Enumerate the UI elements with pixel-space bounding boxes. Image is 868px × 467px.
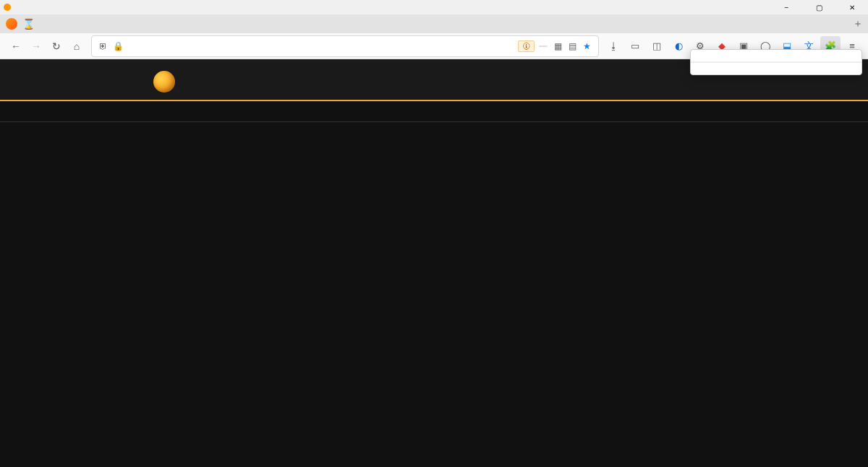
lock-icon[interactable]: 🔒 [112,40,124,52]
home-button[interactable]: ⌂ [67,36,87,56]
bookmark-star-icon[interactable]: ★ [581,40,592,52]
tab-strip: ⌛ ＋ [0,14,868,33]
minimize-button[interactable]: − [770,0,803,14]
firefox-icon [3,3,12,12]
library-button[interactable]: ▭ [625,36,645,56]
container-badge[interactable]: 🛈 [518,40,535,52]
logo-icon [153,71,175,93]
toolbar-extension-1[interactable]: ◐ [668,36,689,56]
new-tab-button[interactable]: ＋ [848,14,868,33]
feed-icon[interactable]: ▤ [566,40,578,52]
profile-button[interactable] [3,14,20,33]
url-text [125,41,515,51]
forward-button[interactable]: → [26,36,46,56]
shield-icon[interactable]: ⛨ [98,40,109,52]
tab-loading-indicator: ⌛ [20,14,36,33]
extensions-panel [690,49,862,75]
qr-icon[interactable]: ▦ [552,40,563,52]
url-bar[interactable]: ⛨ 🔒 🛈 ▦ ▤ ★ [91,35,599,57]
close-button[interactable]: ✕ [835,0,868,14]
sidebar-button[interactable]: ◫ [647,36,667,56]
maximize-button[interactable]: ▢ [803,0,835,14]
reload-button[interactable]: ↻ [46,36,67,56]
window-titlebar: − ▢ ✕ [0,0,868,14]
downloads-button[interactable]: ⭳ [603,36,624,56]
back-button[interactable]: ← [6,36,26,56]
extensions-panel-title [691,50,861,62]
page-content [0,59,868,467]
manage-extensions-link[interactable] [691,62,861,74]
svg-point-0 [4,4,11,11]
zoom-badge[interactable] [539,46,548,47]
